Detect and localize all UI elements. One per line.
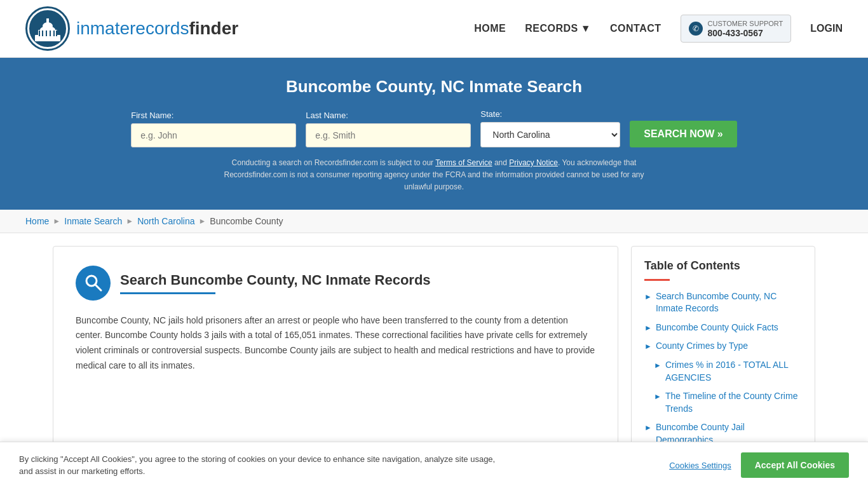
logo-area: inmaterecordsfinder <box>25 6 238 51</box>
search-form: First Name: Last Name: State: North Caro… <box>25 109 843 147</box>
nav-login[interactable]: LOGIN <box>810 23 843 34</box>
chevron-icon-6: ► <box>644 423 652 433</box>
logo-icon <box>25 6 70 51</box>
article-title-underline <box>120 292 215 294</box>
sidebar: Table of Contents ► Search Buncombe Coun… <box>631 246 815 466</box>
nav-records[interactable]: RECORDS ▼ <box>525 23 591 34</box>
breadcrumb-county: Buncombe County <box>210 216 283 226</box>
breadcrumb-sep-2: ► <box>126 217 133 226</box>
svg-rect-10 <box>53 30 55 36</box>
state-select[interactable]: North Carolina <box>480 122 620 147</box>
chevron-icon-1: ► <box>644 292 652 302</box>
last-name-label: Last Name: <box>306 111 471 120</box>
toc-label-1: Search Buncombe County, NC Inmate Record… <box>656 290 802 315</box>
breadcrumb-inmate-search[interactable]: Inmate Search <box>64 216 122 226</box>
hero-title: Buncombe County, NC Inmate Search <box>25 77 843 97</box>
toc-item-3[interactable]: ► County Crimes by Type <box>644 340 802 353</box>
svg-rect-8 <box>46 30 47 36</box>
nav-records-label: RECORDS <box>525 23 578 34</box>
toc-item-1[interactable]: ► Search Buncombe County, NC Inmate Reco… <box>644 290 802 315</box>
toc-box: Table of Contents ► Search Buncombe Coun… <box>631 246 815 466</box>
last-name-group: Last Name: <box>306 111 471 147</box>
logo-part2: finder <box>189 18 238 38</box>
cookie-text: By clicking "Accept All Cookies", you ag… <box>19 453 496 478</box>
breadcrumb-home[interactable]: Home <box>25 216 49 226</box>
logo-text: inmaterecordsfinder <box>76 18 238 39</box>
article-body: Buncombe County, NC jails hold prisoners… <box>76 313 595 374</box>
breadcrumb: Home ► Inmate Search ► North Carolina ► … <box>0 210 868 233</box>
chevron-down-icon: ▼ <box>581 23 591 34</box>
article-title: Search Buncombe County, NC Inmate Record… <box>120 272 431 288</box>
nav-contact[interactable]: CONTACT <box>610 23 661 34</box>
svg-rect-11 <box>56 30 57 36</box>
hero-disclaimer: Conducting a search on Recordsfinder.com… <box>212 157 656 194</box>
svg-rect-9 <box>50 30 51 36</box>
toc-label-3: County Crimes by Type <box>656 340 748 353</box>
breadcrumb-sep-1: ► <box>53 217 60 226</box>
chevron-icon-4: ► <box>654 360 661 371</box>
cookie-settings-button[interactable]: Cookies Settings <box>669 461 731 470</box>
state-label: State: <box>480 109 620 119</box>
chevron-icon-3: ► <box>644 341 652 352</box>
first-name-group: First Name: <box>131 111 296 147</box>
phone-icon: ✆ <box>689 22 703 36</box>
support-number: 800-433-0567 <box>708 28 783 38</box>
article-title-container: Search Buncombe County, NC Inmate Record… <box>120 272 431 294</box>
toc-label-5: The Timeline of the County Crime Trends <box>665 390 802 415</box>
header: inmaterecordsfinder HOME RECORDS ▼ CONTA… <box>0 0 868 58</box>
toc-item-4[interactable]: ► Crimes % in 2016 - TOTAL ALL AGENCIES <box>644 359 802 384</box>
chevron-icon-2: ► <box>644 323 652 334</box>
last-name-input[interactable] <box>306 123 471 147</box>
breadcrumb-sep-3: ► <box>198 217 206 226</box>
logo-part1: inmaterecords <box>76 18 189 38</box>
hero-section: Buncombe County, NC Inmate Search First … <box>0 58 868 210</box>
article: Search Buncombe County, NC Inmate Record… <box>53 246 618 466</box>
article-header: Search Buncombe County, NC Inmate Record… <box>76 266 595 301</box>
first-name-input[interactable] <box>131 123 296 147</box>
main-nav: HOME RECORDS ▼ CONTACT ✆ CUSTOMER SUPPOR… <box>474 15 843 43</box>
toc-divider <box>644 279 670 281</box>
state-group: State: North Carolina <box>480 109 620 147</box>
support-button[interactable]: ✆ CUSTOMER SUPPORT 800-433-0567 <box>681 15 792 43</box>
tos-link[interactable]: Terms of Service <box>435 158 492 167</box>
chevron-icon-5: ► <box>654 391 661 402</box>
svg-rect-5 <box>46 18 49 26</box>
svg-rect-7 <box>42 30 43 36</box>
toc-item-5[interactable]: ► The Timeline of the County Crime Trend… <box>644 390 802 415</box>
search-icon <box>76 266 111 301</box>
cookie-accept-button[interactable]: Accept All Cookies <box>741 452 849 478</box>
privacy-link[interactable]: Privacy Notice <box>509 158 558 167</box>
toc-title: Table of Contents <box>644 259 802 273</box>
svg-rect-6 <box>39 30 40 36</box>
first-name-label: First Name: <box>131 111 296 120</box>
toc-label-2: Buncombe County Quick Facts <box>656 322 778 334</box>
cookie-banner: By clicking "Accept All Cookies", you ag… <box>0 442 868 479</box>
support-label: CUSTOMER SUPPORT <box>708 19 783 28</box>
svg-line-13 <box>95 285 101 290</box>
toc-item-2[interactable]: ► Buncombe County Quick Facts <box>644 322 802 334</box>
toc-label-4: Crimes % in 2016 - TOTAL ALL AGENCIES <box>665 359 802 384</box>
nav-home[interactable]: HOME <box>474 23 506 34</box>
cookie-actions: Cookies Settings Accept All Cookies <box>669 452 849 478</box>
breadcrumb-state[interactable]: North Carolina <box>137 216 194 226</box>
search-button[interactable]: SEARCH NOW » <box>630 121 736 147</box>
support-info: CUSTOMER SUPPORT 800-433-0567 <box>708 19 783 38</box>
